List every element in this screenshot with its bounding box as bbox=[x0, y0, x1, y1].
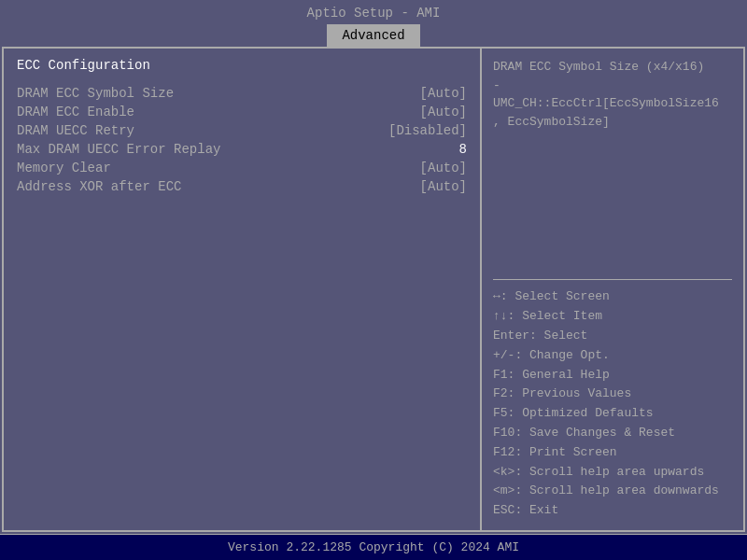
key-f1: F1: General Help bbox=[493, 366, 732, 385]
key-enter: Enter: Select bbox=[493, 327, 732, 346]
key-f10: F10: Save Changes & Reset bbox=[493, 424, 732, 443]
help-text: DRAM ECC Symbol Size (x4/x16) - UMC_CH::… bbox=[493, 58, 732, 272]
footer: Version 2.22.1285 Copyright (C) 2024 AMI bbox=[0, 534, 747, 560]
help-line-2: - bbox=[493, 78, 500, 92]
table-row: Max DRAM UECC Error Replay 8 bbox=[17, 142, 467, 157]
key-select-screen: ↔: Select Screen bbox=[493, 287, 732, 307]
divider bbox=[493, 279, 732, 280]
config-value-5: [Auto] bbox=[420, 179, 467, 194]
table-row: Address XOR after ECC [Auto] bbox=[17, 179, 467, 194]
help-line-4: , EccSymbolSize] bbox=[493, 115, 610, 129]
table-row: Memory Clear [Auto] bbox=[17, 161, 467, 175]
table-row: DRAM ECC Symbol Size [Auto] bbox=[17, 86, 467, 101]
config-label-2: DRAM UECC Retry bbox=[17, 123, 134, 138]
config-value-2: [Disabled] bbox=[388, 123, 467, 138]
key-k: <k>: Scroll help area upwards bbox=[493, 463, 732, 483]
config-label-3: Max DRAM UECC Error Replay bbox=[17, 142, 220, 157]
key-f12: F12: Print Screen bbox=[493, 443, 732, 463]
help-line-1: DRAM ECC Symbol Size (x4/x16) bbox=[493, 60, 704, 74]
key-change-opt: +/-: Change Opt. bbox=[493, 346, 732, 366]
config-label-4: Memory Clear bbox=[17, 161, 111, 175]
config-value-0: [Auto] bbox=[420, 86, 467, 101]
config-label-0: DRAM ECC Symbol Size bbox=[17, 86, 174, 101]
right-panel: DRAM ECC Symbol Size (x4/x16) - UMC_CH::… bbox=[482, 49, 743, 530]
table-row: DRAM UECC Retry [Disabled] bbox=[17, 123, 467, 138]
table-row: DRAM ECC Enable [Auto] bbox=[17, 105, 467, 119]
key-f2: F2: Previous Values bbox=[493, 385, 732, 404]
config-value-3: 8 bbox=[459, 142, 467, 157]
key-esc: ESC: Exit bbox=[493, 501, 732, 521]
config-value-4: [Auto] bbox=[420, 161, 467, 175]
footer-text: Version 2.22.1285 Copyright (C) 2024 AMI bbox=[228, 540, 519, 554]
title-bar: Aptio Setup - AMI bbox=[0, 0, 747, 21]
key-select-item: ↑↓: Select Item bbox=[493, 307, 732, 327]
key-m: <m>: Scroll help area downwards bbox=[493, 482, 732, 501]
section-title: ECC Configuration bbox=[17, 58, 467, 73]
config-value-1: [Auto] bbox=[420, 105, 467, 119]
key-f5: F5: Optimized Defaults bbox=[493, 404, 732, 424]
help-line-3: UMC_CH::EccCtrl[EccSymbolSize16 bbox=[493, 96, 719, 110]
key-legend: ↔: Select Screen ↑↓: Select Item Enter: … bbox=[493, 287, 732, 521]
main-content: ECC Configuration DRAM ECC Symbol Size [… bbox=[2, 47, 745, 532]
app: Aptio Setup - AMI Advanced ECC Configura… bbox=[0, 0, 747, 560]
config-label-5: Address XOR after ECC bbox=[17, 179, 181, 194]
tab-bar: Advanced bbox=[0, 21, 747, 47]
title-text: Aptio Setup - AMI bbox=[307, 6, 441, 21]
config-label-1: DRAM ECC Enable bbox=[17, 105, 134, 119]
left-panel: ECC Configuration DRAM ECC Symbol Size [… bbox=[4, 49, 482, 530]
tab-advanced[interactable]: Advanced bbox=[327, 24, 419, 47]
